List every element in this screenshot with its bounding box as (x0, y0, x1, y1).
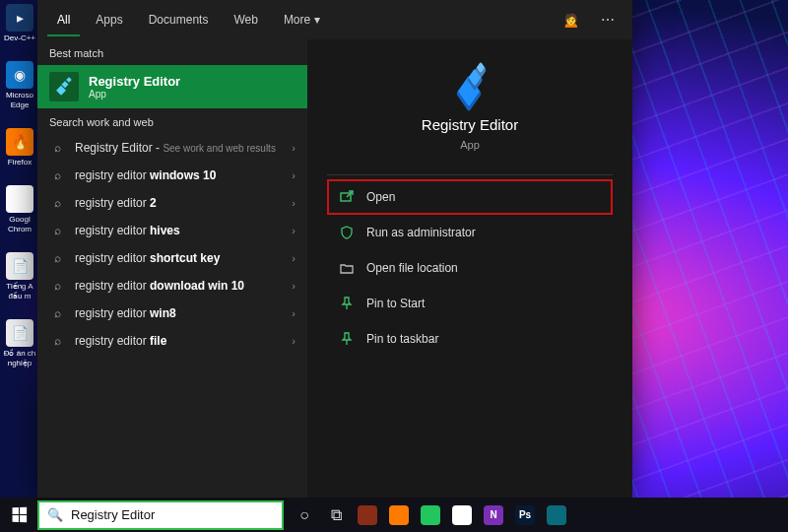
app-hero-icon (446, 63, 493, 110)
search-tab-web[interactable]: Web (224, 3, 267, 36)
search-suggestion[interactable]: ⌕ Registry Editor - See work and web res… (37, 134, 307, 162)
search-web-header: Search work and web (37, 108, 307, 134)
search-tab-more[interactable]: More ▾ (274, 3, 330, 36)
chevron-right-icon: › (292, 280, 296, 292)
suggestion-text: registry editor file (75, 334, 282, 348)
start-button[interactable] (0, 498, 37, 532)
search-icon: ⌕ (49, 334, 65, 348)
suggestion-text: registry editor hives (75, 224, 282, 237)
app-hero-subtitle: App (460, 139, 480, 151)
best-match-item[interactable]: Registry Editor App (37, 65, 307, 108)
taskbar-icon-firefox[interactable] (384, 500, 414, 530)
search-icon: ⌕ (49, 279, 65, 293)
taskbar-icon-photoshop[interactable]: Ps (510, 500, 540, 530)
action-pin-to-taskbar[interactable]: Pin to taskbar (327, 321, 613, 357)
search-icon: 🔍 (47, 507, 63, 522)
app-hero-title: Registry Editor (422, 116, 518, 133)
suggestion-text: registry editor 2 (75, 196, 282, 210)
windows-logo-icon (12, 507, 27, 523)
registry-editor-icon (49, 72, 79, 101)
search-icon: ⌕ (49, 306, 65, 320)
action-pin-to-start[interactable]: Pin to Start (327, 286, 613, 321)
suggestion-text: registry editor download win 10 (75, 279, 282, 293)
more-options-icon[interactable]: ⋯ (593, 6, 623, 33)
suggestion-text: registry editor shortcut key (75, 251, 282, 265)
action-run-as-administrator[interactable]: Run as administrator (327, 215, 613, 250)
shield-icon (339, 225, 355, 240)
search-tab-apps[interactable]: Apps (86, 3, 132, 36)
search-icon: ⌕ (49, 224, 65, 237)
open-icon (339, 189, 355, 205)
chevron-right-icon: › (292, 252, 296, 264)
best-match-title: Registry Editor (89, 74, 180, 89)
taskbar-icon-app-red[interactable] (353, 500, 382, 530)
results-left-pane: Best match Registry Editor App Search wo… (37, 39, 307, 498)
divider (327, 174, 613, 175)
taskbar-icon-chrome[interactable]: ◎ (447, 500, 477, 530)
search-icon: ⌕ (49, 196, 65, 210)
search-tab-documents[interactable]: Documents (139, 3, 219, 36)
desktop-icon[interactable]: 🔥Firefox (2, 128, 37, 167)
action-label: Pin to Start (366, 297, 425, 310)
search-icon: ⌕ (49, 141, 65, 155)
taskbar-icon-onenote[interactable]: N (479, 500, 508, 530)
search-icon: ⌕ (49, 168, 65, 182)
chevron-right-icon: › (292, 307, 296, 319)
action-open[interactable]: Open (327, 179, 613, 215)
search-suggestion[interactable]: ⌕ registry editor download win 10 › (37, 272, 307, 299)
taskbar: 🔍 ○⧉◎NPs (0, 498, 788, 532)
search-suggestion[interactable]: ⌕ registry editor windows 10 › (37, 162, 307, 189)
taskbar-search-box[interactable]: 🔍 (37, 500, 284, 530)
taskbar-icon-edge[interactable] (542, 500, 571, 530)
action-label: Run as administrator (366, 226, 476, 239)
desktop-icon[interactable]: 📄Tiếng A đầu m (2, 252, 37, 301)
pin-icon (339, 296, 355, 311)
chevron-right-icon: › (292, 335, 296, 347)
search-suggestion[interactable]: ⌕ registry editor file › (37, 327, 307, 355)
pin-icon (339, 331, 355, 347)
best-match-header: Best match (37, 39, 307, 65)
start-search-panel: AllAppsDocumentsWebMore ▾ 🙍 ⋯ Best match… (37, 0, 632, 498)
search-input[interactable] (71, 507, 274, 522)
search-suggestion[interactable]: ⌕ registry editor 2 › (37, 189, 307, 217)
taskbar-icon-line[interactable] (416, 500, 445, 530)
svg-rect-2 (66, 77, 72, 83)
action-label: Pin to taskbar (366, 332, 438, 346)
search-suggestion[interactable]: ⌕ registry editor shortcut key › (37, 244, 307, 272)
desktop-icon[interactable]: ◉Microso Edge (2, 61, 37, 110)
suggestion-text: Registry Editor - See work and web resul… (75, 141, 282, 155)
results-right-pane: Registry Editor App Open Run as administ… (307, 39, 632, 498)
desktop-icon[interactable]: 📄Đồ án ch nghiệp (2, 319, 37, 368)
chevron-right-icon: › (292, 142, 296, 154)
desktop-icon[interactable]: ◎Googl Chrom (2, 185, 37, 234)
folder-icon (339, 260, 355, 276)
best-match-subtitle: App (89, 89, 180, 100)
search-tab-all[interactable]: All (47, 3, 80, 36)
chevron-right-icon: › (292, 197, 296, 209)
taskbar-icon-task-view[interactable]: ⧉ (321, 500, 351, 530)
search-tabs: AllAppsDocumentsWebMore ▾ 🙍 ⋯ (37, 0, 632, 39)
chevron-right-icon: › (292, 169, 296, 181)
search-suggestion[interactable]: ⌕ registry editor win8 › (37, 299, 307, 327)
search-icon: ⌕ (49, 251, 65, 265)
action-label: Open file location (366, 261, 458, 275)
taskbar-app-icons: ○⧉◎NPs (290, 500, 571, 530)
desktop-icons: ▸Dev-C++◉Microso Edge🔥Firefox◎Googl Chro… (2, 0, 39, 368)
action-label: Open (366, 190, 395, 204)
chevron-right-icon: › (292, 225, 296, 236)
taskbar-icon-cortana[interactable]: ○ (290, 500, 319, 530)
search-suggestion[interactable]: ⌕ registry editor hives › (37, 217, 307, 244)
svg-rect-1 (61, 81, 68, 88)
desktop-icon[interactable]: ▸Dev-C++ (2, 4, 37, 43)
suggestion-text: registry editor win8 (75, 306, 282, 320)
suggestion-text: registry editor windows 10 (75, 168, 282, 182)
action-open-file-location[interactable]: Open file location (327, 250, 613, 286)
feedback-icon[interactable]: 🙍 (555, 6, 587, 33)
